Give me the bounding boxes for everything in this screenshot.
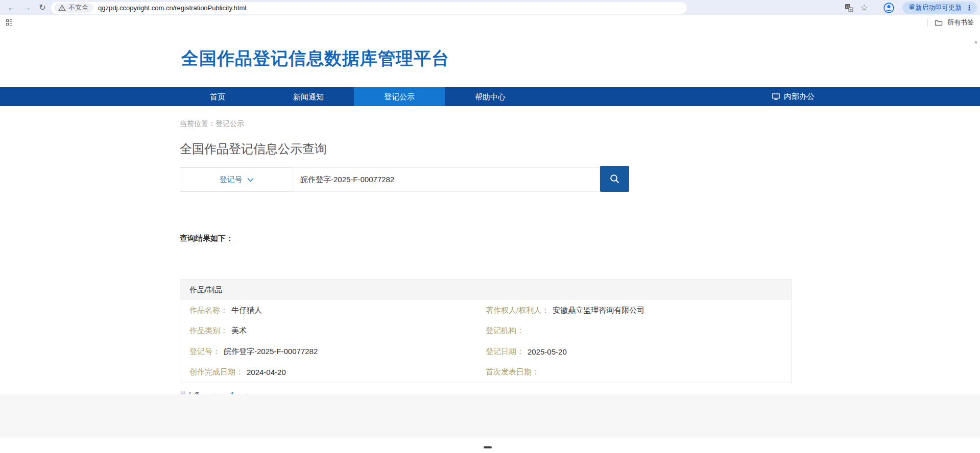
field-label: 登记日期： <box>486 347 524 357</box>
page-title: 全国作品登记信息公示查询 <box>180 141 793 157</box>
field-value: 安徽鼎立监理咨询有限公司 <box>553 306 644 315</box>
field-value: 2025-05-20 <box>528 347 567 356</box>
svg-text:文: 文 <box>849 8 853 11</box>
result-card-body: 作品名称： 牛仔猎人 著作权人/权利人： 安徽鼎立监理咨询有限公司 作品类别： … <box>180 300 791 383</box>
toolbar-right-cluster: G文 ☆ 重新启动即可更新 ⋮ <box>838 2 980 14</box>
breadcrumb-current[interactable]: 登记公示 <box>216 119 244 128</box>
search-button[interactable] <box>600 166 629 192</box>
apps-grid-icon[interactable] <box>6 19 12 26</box>
field-value: 牛仔猎人 <box>231 306 262 315</box>
search-bar: 登记号 <box>180 167 793 192</box>
profile-icon[interactable] <box>883 3 894 13</box>
field-registration-number: 登记号： 皖作登字-2025-F-00077282 <box>189 341 486 362</box>
search-icon <box>609 173 620 185</box>
field-work-name: 作品名称： 牛仔猎人 <box>189 300 486 321</box>
footer-dash <box>484 446 492 448</box>
field-label: 登记机构： <box>486 326 524 336</box>
url-text[interactable]: qgzpdj.ccopyright.com.cn/registrationPub… <box>98 4 246 12</box>
breadcrumb-prefix: 当前位置： <box>180 119 216 128</box>
security-badge[interactable]: 不安全 <box>54 3 93 13</box>
nav-tab-registration-publicity[interactable]: 登记公示 <box>354 87 445 106</box>
monitor-icon <box>772 93 780 100</box>
field-copyright-owner: 著作权人/权利人： 安徽鼎立监理咨询有限公司 <box>486 300 782 321</box>
chevron-down-icon <box>247 178 254 182</box>
back-icon[interactable]: ← <box>4 0 19 15</box>
search-field-select[interactable]: 登记号 <box>180 167 293 192</box>
field-first-publication-date: 首次发表日期： <box>486 362 782 383</box>
field-label: 著作权人/权利人： <box>486 306 549 315</box>
scrollbar-up-icon[interactable]: ▲ <box>973 39 978 44</box>
field-registration-date: 登记日期： 2025-05-20 <box>486 341 782 362</box>
field-label: 创作完成日期： <box>189 367 243 377</box>
update-button-label: 重新启动即可更新 <box>909 3 962 12</box>
breadcrumb: 当前位置：登记公示 <box>180 119 793 129</box>
reload-icon[interactable]: ↻ <box>35 0 50 15</box>
bookmark-star-icon[interactable]: ☆ <box>861 3 868 13</box>
forward-icon[interactable]: → <box>19 0 35 15</box>
translate-icon[interactable]: G文 <box>845 4 853 12</box>
footer-band <box>0 394 980 438</box>
all-bookmarks-label: 所有书签 <box>947 18 974 27</box>
main-nav: 首页 新闻通知 登记公示 帮助中心 内部办公 <box>0 87 980 106</box>
field-work-category: 作品类别： 美术 <box>189 321 486 342</box>
address-bar[interactable]: 不安全 qgzpdj.ccopyright.com.cn/registratio… <box>51 2 687 14</box>
nav-internal-office[interactable]: 内部办公 <box>772 87 815 106</box>
field-label: 首次发表日期： <box>486 367 539 377</box>
site-title: 全国作品登记信息数据库管理平台 <box>181 48 449 69</box>
nav-tab-home[interactable]: 首页 <box>172 87 263 106</box>
field-label: 作品类别： <box>189 326 228 336</box>
field-creation-completion-date: 创作完成日期： 2024-04-20 <box>189 362 486 383</box>
all-bookmarks[interactable]: 所有书签 <box>927 18 974 27</box>
warning-icon <box>58 5 66 11</box>
browser-window: ← → ↻ 不安全 qgzpdj.ccopyright.com.cn/regis… <box>0 0 980 453</box>
nav-tab-help-center[interactable]: 帮助中心 <box>445 87 536 106</box>
field-label: 登记号： <box>189 347 220 357</box>
field-value: 美术 <box>231 326 247 336</box>
security-badge-label: 不安全 <box>68 3 88 12</box>
results-label: 查询结果如下： <box>180 234 793 243</box>
menu-kebab-icon[interactable]: ⋮ <box>966 4 973 12</box>
field-label: 作品名称： <box>189 306 228 315</box>
result-card-header: 作品/制品 <box>180 280 791 300</box>
field-value: 皖作登字-2025-F-00077282 <box>224 347 318 357</box>
main-content: 当前位置：登记公示 全国作品登记信息公示查询 登记号 查询结果如下： 作品/制品 <box>180 106 793 400</box>
nav-internal-office-label: 内部办公 <box>784 92 815 102</box>
bookmarks-divider <box>927 18 928 27</box>
browser-toolbar: ← → ↻ 不安全 qgzpdj.ccopyright.com.cn/regis… <box>0 0 980 15</box>
update-button[interactable]: 重新启动即可更新 ⋮ <box>902 2 977 14</box>
page-content: ▲ 全国作品登记信息数据库管理平台 首页 新闻通知 登记公示 帮助中心 内部办公… <box>0 30 980 453</box>
folder-icon <box>935 19 943 26</box>
result-card: 作品/制品 作品名称： 牛仔猎人 著作权人/权利人： 安徽鼎立监理咨询有限公司 … <box>180 279 792 383</box>
field-value: 2024-04-20 <box>247 368 286 376</box>
bookmarks-bar: 所有书签 <box>0 15 980 30</box>
field-registration-agency: 登记机构： <box>486 321 782 342</box>
search-field-select-value: 登记号 <box>220 175 243 185</box>
nav-tab-news[interactable]: 新闻通知 <box>263 87 354 106</box>
search-input[interactable] <box>293 167 600 192</box>
nav-tabs: 首页 新闻通知 登记公示 帮助中心 <box>172 87 536 106</box>
